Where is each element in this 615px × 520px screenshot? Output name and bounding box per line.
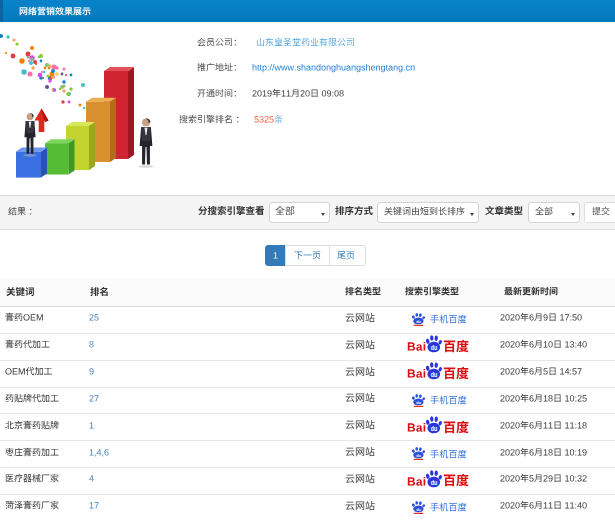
svg-text:du: du [431, 372, 438, 378]
svg-text:du: du [431, 426, 438, 432]
svg-text:du: du [416, 320, 421, 324]
svg-text:du: du [416, 508, 421, 512]
svg-text:du: du [416, 454, 421, 458]
svg-text:du: du [416, 401, 421, 405]
svg-text:du: du [431, 345, 438, 351]
svg-text:du: du [431, 479, 438, 485]
